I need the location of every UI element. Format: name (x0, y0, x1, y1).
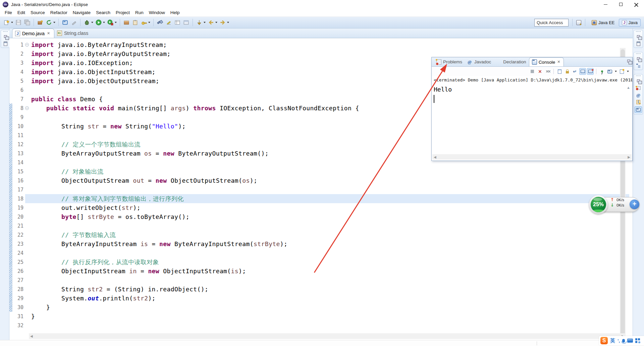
tab-close-icon[interactable] (47, 32, 51, 36)
line-number[interactable]: 7 (12, 96, 25, 102)
speed-ball-widget[interactable]: ↑ ↓ 0K/s 0K/s + 25% (589, 195, 640, 214)
show-view-button[interactable] (182, 18, 190, 26)
ime-toolbox-icon[interactable] (635, 338, 640, 343)
new-java-project-button[interactable] (36, 18, 44, 26)
tab-console[interactable]: Console (529, 57, 564, 66)
new-package-button[interactable] (122, 18, 130, 26)
menu-item-run[interactable]: Run (132, 9, 146, 16)
code-line-24[interactable]: 24 (12, 248, 629, 257)
menu-item-source[interactable]: Source (28, 9, 48, 16)
code-text[interactable] (31, 321, 629, 330)
line-number[interactable]: 17 (12, 187, 25, 193)
code-text[interactable]: ObjectOutputStream out = new ObjectOutpu… (31, 176, 629, 185)
tab-javadoc[interactable]: Javadoc (465, 57, 494, 66)
line-number[interactable]: 9 (12, 114, 25, 120)
refresh-button[interactable] (45, 18, 53, 26)
open-console-button[interactable] (61, 18, 69, 26)
save-button[interactable] (14, 18, 22, 26)
code-text[interactable] (31, 221, 629, 230)
show-on-stdout-toggle[interactable] (579, 68, 586, 75)
memory-ball[interactable]: 25% (589, 195, 608, 214)
show-annotations-button[interactable] (173, 18, 181, 26)
scroll-right-icon[interactable]: ▶ (626, 155, 632, 159)
code-line-20[interactable]: 20 byte[] strByte = os.toByteArray(); (12, 212, 629, 221)
open-perspective-icon[interactable] (576, 20, 581, 25)
open-type-button[interactable] (131, 18, 139, 26)
line-number[interactable]: 3 (12, 60, 25, 66)
forward-button[interactable] (219, 18, 227, 26)
code-line-18[interactable]: 18 // 将对象写入到字节数组输出，进行序列化 (12, 194, 629, 203)
perspective-java-ee[interactable]: Java EE (589, 19, 617, 26)
code-line-27[interactable]: 27 (12, 276, 629, 285)
refresh-caret[interactable] (53, 22, 55, 23)
code-text[interactable]: } (31, 303, 629, 312)
debug-caret[interactable] (91, 22, 93, 23)
minimized-declaration-button[interactable] (635, 99, 641, 105)
tab-problems[interactable]: Problems (434, 57, 465, 66)
code-line-25[interactable]: 25 // 执行反序列化，从流中读取对象 (12, 257, 629, 267)
keyboard-icon[interactable] (627, 339, 633, 343)
terminate-button[interactable] (529, 68, 536, 75)
line-number[interactable]: 16 (12, 178, 25, 184)
minimized-package-explorer-button[interactable] (2, 41, 8, 46)
code-line-28[interactable]: 28 String str2 = (String) in.readObject(… (12, 285, 629, 294)
pin-console-button[interactable] (599, 68, 605, 75)
drag-handle-icon[interactable] (3, 31, 8, 32)
mark-occurrences-button[interactable] (165, 18, 173, 26)
code-text[interactable]: String str2 = (String) in.readObject(); (31, 285, 629, 294)
code-text[interactable]: // 执行反序列化，从流中读取对象 (31, 257, 629, 267)
remove-all-terminated-button[interactable]: ✕✕ (544, 68, 551, 75)
forward-caret[interactable] (227, 22, 229, 23)
code-line-31[interactable]: 31} (12, 312, 629, 321)
run-button[interactable] (95, 18, 103, 26)
code-text[interactable]: // 将对象写入到字节数组输出，进行序列化 (31, 194, 629, 203)
code-text[interactable]: // 对象输出流 (31, 167, 629, 176)
line-number[interactable]: 4 (12, 69, 25, 75)
restore-view-button[interactable] (2, 34, 8, 39)
menu-item-edit[interactable]: Edit (15, 9, 28, 16)
drag-handle-icon[interactable] (636, 53, 641, 54)
last-edit-button[interactable] (195, 18, 203, 26)
editor-horizontal-scrollbar[interactable]: ◀ ▶ (29, 333, 626, 339)
line-number[interactable]: 22 (12, 232, 25, 238)
open-console-button[interactable] (619, 68, 625, 75)
run-external-caret[interactable] (115, 22, 117, 23)
code-line-21[interactable]: 21 (12, 221, 629, 230)
last-edit-caret[interactable] (204, 22, 206, 23)
minimized-javadoc-button[interactable] (635, 92, 641, 98)
drag-handle-icon[interactable] (636, 75, 641, 76)
code-text[interactable]: ByteArrayInputStream is = new ByteArrayI… (31, 239, 629, 248)
code-text[interactable]: System.out.println(str2); (31, 294, 629, 303)
close-button[interactable] (629, 0, 644, 9)
tab-declaration[interactable]: Declaration (494, 57, 529, 66)
code-line-19[interactable]: 19 out.writeObject(str); (12, 203, 629, 212)
sogou-logo-icon[interactable]: S (600, 337, 608, 344)
search-button[interactable] (156, 18, 164, 26)
line-number[interactable]: 8 (12, 105, 25, 111)
restore-view-icon[interactable] (627, 60, 630, 62)
menu-item-refactor[interactable]: Refactor (48, 9, 70, 16)
line-number[interactable]: 20 (12, 214, 25, 220)
code-text[interactable] (31, 248, 629, 257)
clear-console-button[interactable] (556, 68, 563, 75)
line-number[interactable]: 27 (12, 277, 25, 283)
code-line-22[interactable]: 22 // 字节数组输入流 (12, 230, 629, 239)
minimized-console-button[interactable] (635, 106, 642, 113)
line-number[interactable]: 6 (12, 87, 25, 93)
maximize-button[interactable] (613, 0, 629, 9)
code-text[interactable]: out.writeObject(str); (31, 203, 629, 212)
line-number[interactable]: 11 (12, 132, 25, 138)
code-line-16[interactable]: 16 ObjectOutputStream out = new ObjectOu… (12, 176, 629, 185)
line-number[interactable]: 25 (12, 259, 25, 265)
run-caret[interactable] (103, 22, 105, 23)
code-line-17[interactable]: 17 (12, 185, 629, 194)
collapse-icon[interactable] (25, 106, 29, 110)
ime-language-mode[interactable]: 英 (610, 338, 615, 344)
line-number[interactable]: 28 (12, 286, 25, 292)
menu-item-search[interactable]: Search (93, 9, 113, 16)
microphone-icon[interactable] (622, 339, 625, 343)
tab-string-class[interactable]: String.class (54, 28, 92, 38)
show-on-stderr-toggle[interactable] (587, 68, 594, 75)
line-number[interactable]: 32 (12, 323, 25, 329)
line-number[interactable]: 19 (12, 205, 25, 211)
